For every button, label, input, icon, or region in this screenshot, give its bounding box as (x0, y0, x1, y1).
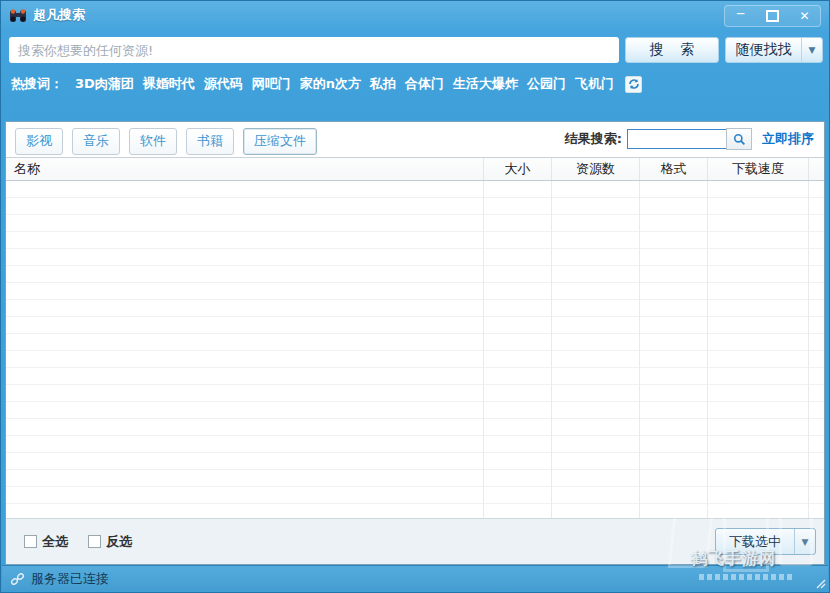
hot-word[interactable]: 家的n次方 (300, 75, 361, 93)
search-icon (733, 133, 746, 146)
invert-select-checkbox[interactable] (88, 535, 101, 548)
minimize-button[interactable]: ─ (726, 7, 755, 25)
maximize-button[interactable] (758, 7, 787, 25)
column-header-gutter (808, 158, 824, 180)
table-body (6, 181, 824, 518)
main-search-input[interactable] (9, 37, 619, 63)
selection-bar: 全选 反选 下载选中 ▼ (6, 518, 824, 564)
column-header-format[interactable]: 格式 (639, 158, 707, 180)
result-search-group: 结果搜索: 立即排序 (565, 128, 814, 150)
title-bar[interactable]: 超凡搜索 ─ ✕ (1, 1, 829, 29)
close-button[interactable]: ✕ (790, 7, 819, 25)
hot-word[interactable]: 3D肉蒲团 (75, 75, 134, 93)
column-divider (639, 181, 640, 518)
page-title: 超凡搜索 (33, 6, 85, 24)
hot-word[interactable]: 飞机门 (575, 75, 614, 93)
refresh-hotwords-button[interactable] (625, 76, 642, 93)
column-header-speed[interactable]: 下载速度 (707, 158, 808, 180)
invert-select-label: 反选 (106, 533, 132, 551)
status-bar: 服务器已连接 (2, 565, 828, 591)
hot-word[interactable]: 生活大爆炸 (453, 75, 518, 93)
table-header: 名称 大小 资源数 格式 下载速度 (6, 157, 824, 181)
download-dropdown[interactable]: ▼ (794, 529, 815, 554)
resize-grip-icon[interactable] (814, 577, 826, 589)
chevron-down-icon: ▼ (809, 45, 816, 55)
download-selected-label: 下载选中 (716, 529, 794, 554)
hot-word[interactable]: 私拍 (370, 75, 396, 93)
hot-word[interactable]: 合体门 (405, 75, 444, 93)
window-controls: ─ ✕ (724, 5, 821, 27)
tab-archives[interactable]: 压缩文件 (243, 128, 317, 155)
refresh-icon (628, 78, 640, 90)
chevron-down-icon: ▼ (802, 537, 809, 547)
hot-word[interactable]: 公园门 (527, 75, 566, 93)
category-tabs: 影视 音乐 软件 书籍 压缩文件 (15, 128, 317, 155)
column-header-size[interactable]: 大小 (483, 158, 551, 180)
column-divider (483, 181, 484, 518)
result-search-button[interactable] (726, 128, 752, 150)
hot-words-row: 热搜词： 3D肉蒲团 裸婚时代 源代码 网吧门 家的n次方 私拍 合体门 生活大… (11, 75, 821, 93)
random-search-label: 随便找找 (726, 41, 801, 59)
random-search-button[interactable]: 随便找找 ▼ (725, 37, 823, 63)
status-text: 服务器已连接 (31, 570, 109, 588)
select-all-group[interactable]: 全选 (24, 533, 68, 551)
select-all-label: 全选 (42, 533, 68, 551)
link-icon (10, 572, 25, 586)
toolbar: 影视 音乐 软件 书籍 压缩文件 结果搜索: 立即排序 (6, 122, 824, 157)
column-divider (808, 181, 809, 518)
download-selected-button[interactable]: 下载选中 ▼ (715, 528, 816, 555)
tab-movies[interactable]: 影视 (15, 128, 63, 155)
column-header-name[interactable]: 名称 (6, 158, 483, 180)
column-header-resources[interactable]: 资源数 (551, 158, 639, 180)
random-search-dropdown[interactable]: ▼ (801, 38, 822, 62)
column-divider (551, 181, 552, 518)
select-all-checkbox[interactable] (24, 535, 37, 548)
app-window: 超凡搜索 ─ ✕ 搜 索 随便找找 ▼ 热搜词： 3D肉蒲团 裸婚时代 源代码 … (0, 0, 830, 593)
sort-now-link[interactable]: 立即排序 (762, 130, 814, 148)
close-icon: ✕ (799, 10, 809, 22)
result-search-input[interactable] (627, 129, 727, 149)
hot-word[interactable]: 裸婚时代 (143, 75, 195, 93)
tab-books[interactable]: 书籍 (186, 128, 234, 155)
search-button[interactable]: 搜 索 (625, 37, 719, 63)
hot-word[interactable]: 网吧门 (252, 75, 291, 93)
column-divider (707, 181, 708, 518)
hot-words-label: 热搜词： (11, 75, 63, 93)
binoculars-icon (9, 7, 27, 23)
result-search-label: 结果搜索: (565, 130, 622, 148)
hot-word[interactable]: 源代码 (204, 75, 243, 93)
maximize-icon (766, 10, 779, 22)
invert-select-group[interactable]: 反选 (88, 533, 132, 551)
main-panel: 影视 音乐 软件 书籍 压缩文件 结果搜索: 立即排序 名称 (5, 121, 825, 565)
tab-music[interactable]: 音乐 (72, 128, 120, 155)
minimize-icon: ─ (737, 8, 744, 20)
tab-software[interactable]: 软件 (129, 128, 177, 155)
